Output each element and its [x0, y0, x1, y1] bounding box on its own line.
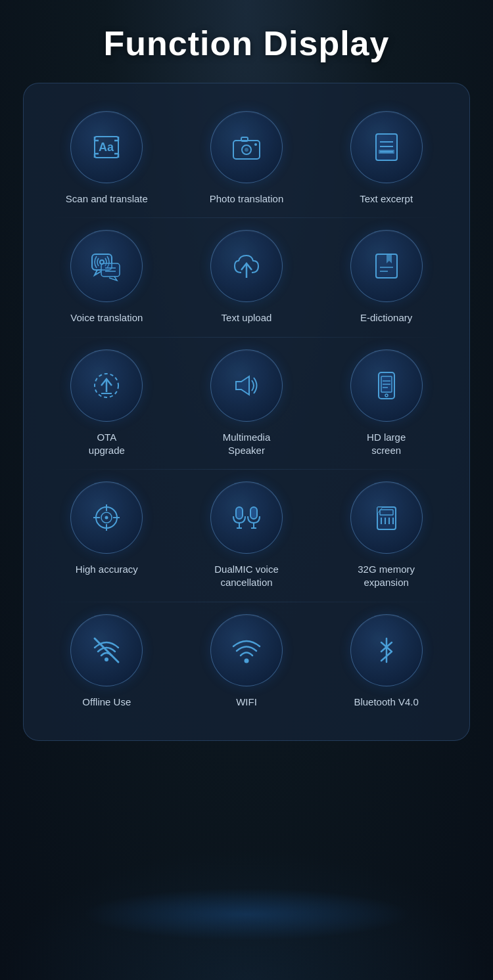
- high-accuracy-icon: [89, 501, 124, 535]
- memory-label: 32G memory expansion: [358, 563, 415, 590]
- scan-translate-label: Scan and translate: [66, 192, 148, 206]
- feature-scan-translate: Aa Scan and translate: [37, 111, 176, 206]
- voice-translation-label: Voice translation: [70, 311, 143, 324]
- svg-point-14: [254, 143, 257, 146]
- svg-rect-47: [250, 507, 257, 519]
- text-excerpt-icon-circle: [350, 111, 423, 183]
- bluetooth-icon-circle: [350, 614, 423, 686]
- photo-translation-icon: [229, 130, 264, 164]
- offline-label: Offline Use: [82, 696, 131, 709]
- hd-screen-icon: [369, 368, 404, 403]
- feature-e-dictionary: E-dictionary: [317, 230, 456, 324]
- wifi-icon: [229, 633, 264, 667]
- text-excerpt-icon: [369, 130, 404, 164]
- e-dictionary-label: E-dictionary: [360, 311, 412, 324]
- feature-bluetooth: Bluetooth V4.0: [317, 614, 456, 709]
- voice-translation-icon: [89, 249, 124, 283]
- feature-ota-upgrade: OTA upgrade: [37, 349, 176, 458]
- feature-high-accuracy: High accuracy: [37, 481, 176, 576]
- page-title: Function Display: [104, 24, 390, 63]
- feature-dual-mic: DualMIC voice cancellation: [177, 481, 316, 590]
- feature-row-3: OTA upgrade Multimedia Speaker: [37, 338, 456, 470]
- dual-mic-label: DualMIC voice cancellation: [214, 563, 279, 590]
- e-dictionary-icon: [369, 249, 404, 283]
- text-upload-icon: [229, 249, 264, 283]
- hd-screen-icon-circle: [350, 349, 423, 422]
- svg-point-12: [245, 148, 248, 152]
- feature-row-1: Aa Scan and translate Photo tra: [37, 99, 456, 217]
- feature-hd-screen: HD large screen: [317, 349, 456, 458]
- wifi-label: WIFI: [236, 696, 257, 709]
- feature-memory: 32G memory expansion: [317, 481, 456, 590]
- high-accuracy-label: High accuracy: [76, 563, 138, 576]
- offline-icon-circle: [70, 614, 143, 686]
- hd-screen-label: HD large screen: [367, 431, 406, 458]
- ota-upgrade-label: OTA upgrade: [89, 431, 125, 458]
- svg-point-59: [244, 658, 248, 663]
- feature-wifi: WIFI: [177, 614, 316, 709]
- svg-point-57: [105, 657, 108, 661]
- memory-icon: [369, 501, 404, 535]
- e-dictionary-icon-circle: [350, 230, 423, 302]
- svg-text:Aa: Aa: [99, 141, 114, 154]
- feature-multimedia-speaker: Multimedia Speaker: [177, 349, 316, 458]
- svg-rect-22: [101, 263, 120, 277]
- svg-rect-45: [236, 507, 243, 519]
- wifi-icon-circle: [210, 614, 283, 686]
- voice-translation-icon-circle: [70, 230, 143, 302]
- high-accuracy-icon-circle: [70, 481, 143, 554]
- ota-upgrade-icon: [89, 368, 124, 403]
- feature-row-5: Offline Use WIFI: [37, 602, 456, 721]
- multimedia-speaker-icon: [229, 368, 264, 403]
- text-upload-icon-circle: [210, 230, 283, 302]
- text-upload-label: Text upload: [222, 311, 272, 324]
- feature-voice-translation: Voice translation: [37, 230, 176, 324]
- memory-icon-circle: [350, 481, 423, 554]
- scan-translate-icon-circle: Aa: [70, 111, 143, 183]
- multimedia-speaker-label: Multimedia Speaker: [223, 431, 271, 458]
- svg-rect-13: [241, 137, 248, 141]
- multimedia-speaker-icon-circle: [210, 349, 283, 422]
- photo-translation-icon-circle: [210, 111, 283, 183]
- offline-use-icon: [89, 633, 124, 667]
- dual-mic-icon: [229, 501, 264, 535]
- svg-point-44: [105, 516, 108, 520]
- bluetooth-icon: [369, 633, 404, 667]
- scan-translate-icon: Aa: [89, 130, 124, 164]
- feature-photo-translation: Photo translation: [177, 111, 316, 206]
- ota-upgrade-icon-circle: [70, 349, 143, 422]
- feature-text-upload: Text upload: [177, 230, 316, 324]
- bluetooth-label: Bluetooth V4.0: [354, 696, 418, 709]
- feature-row-4: High accuracy DualMI: [37, 470, 456, 602]
- feature-text-excerpt: Text excerpt: [317, 111, 456, 206]
- feature-offline: Offline Use: [37, 614, 176, 709]
- photo-translation-label: Photo translation: [210, 192, 284, 206]
- feature-row-2: Voice translation Text upload: [37, 218, 456, 336]
- feature-card: Aa Scan and translate Photo tra: [23, 83, 470, 741]
- bottom-glow: [82, 888, 411, 941]
- text-excerpt-label: Text excerpt: [360, 192, 413, 206]
- dual-mic-icon-circle: [210, 481, 283, 554]
